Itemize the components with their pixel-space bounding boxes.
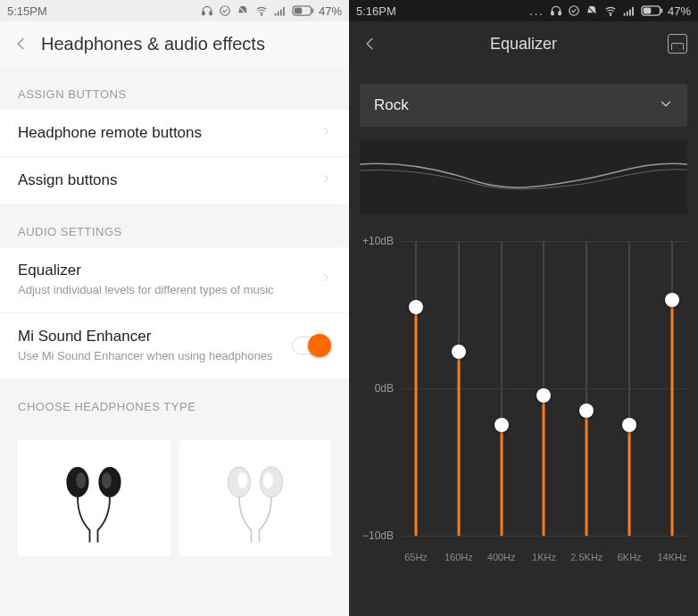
svg-point-4	[261, 14, 262, 15]
sync-icon	[219, 4, 231, 17]
band-freq-label: 400Hz	[487, 552, 516, 562]
band-freq-label: 65Hz	[404, 552, 428, 562]
preset-value: Rock	[374, 96, 409, 114]
svg-rect-26	[627, 12, 628, 16]
slider-fill	[543, 395, 545, 536]
band-freq-label: 14KHz	[657, 552, 686, 562]
svg-rect-8	[283, 7, 285, 16]
svg-rect-0	[203, 12, 204, 15]
eq-band-6KHz[interactable]: 6KHz	[616, 232, 643, 562]
svg-point-15	[102, 472, 112, 488]
row-subtitle: Adjust individual levels for different t…	[18, 283, 320, 298]
enhancer-toggle[interactable]	[292, 337, 331, 354]
row-subtitle: Use Mi Sound Enhancer when using headpho…	[18, 349, 292, 364]
svg-rect-25	[624, 13, 626, 16]
back-button[interactable]	[360, 33, 381, 54]
slider-fill	[457, 352, 460, 536]
slider-fill	[415, 307, 418, 536]
slider-fill	[628, 425, 631, 536]
row-assign-buttons[interactable]: Assign buttons	[0, 156, 349, 204]
y-label-bot: −10dB	[362, 529, 394, 542]
svg-point-2	[220, 6, 230, 16]
band-freq-label: 6KHz	[618, 552, 642, 562]
svg-point-22	[569, 6, 579, 16]
svg-rect-1	[210, 12, 212, 15]
signal-icon	[623, 4, 636, 17]
svg-point-19	[263, 472, 273, 488]
slider-knob[interactable]	[536, 388, 551, 403]
slider-knob[interactable]	[409, 300, 423, 314]
svg-rect-20	[552, 12, 553, 15]
slider-knob[interactable]	[494, 418, 509, 432]
slider-fill	[500, 425, 503, 536]
status-bar: 5:16PM ... 47%	[349, 0, 698, 21]
headphone-icon	[550, 4, 562, 17]
preset-dropdown[interactable]: Rock	[360, 84, 687, 127]
wifi-icon	[254, 4, 269, 17]
equalizer-screen: 5:16PM ... 47% Equalizer Rock +10dB	[349, 0, 698, 616]
slider-knob[interactable]	[622, 418, 636, 432]
chevron-right-icon	[320, 124, 331, 142]
status-battery: 47%	[319, 4, 342, 18]
eq-curve-preview	[360, 139, 687, 214]
wifi-icon	[603, 4, 618, 17]
page-title: Headphones & audio effects	[41, 34, 265, 54]
chevron-down-icon	[659, 96, 673, 115]
svg-rect-10	[295, 8, 303, 14]
headphone-icon	[201, 4, 213, 17]
settings-screen: 5:15PM 47% Headphones & audio effects AS…	[0, 0, 349, 616]
svg-rect-21	[559, 12, 561, 15]
row-title: Mi Sound Enhancer	[18, 328, 292, 345]
headphone-type-black[interactable]	[18, 440, 170, 556]
y-label-mid: 0dB	[375, 382, 394, 395]
mute-icon	[237, 4, 249, 17]
slider-knob[interactable]	[579, 404, 594, 418]
row-equalizer[interactable]: Equalizer Adjust individual levels for d…	[0, 247, 349, 312]
svg-point-18	[237, 472, 247, 488]
eq-band-65Hz[interactable]: 65Hz	[403, 232, 429, 562]
headphone-type-white[interactable]	[179, 440, 332, 556]
row-title: Headphone remote buttons	[18, 124, 320, 142]
more-icon: ...	[529, 4, 544, 18]
status-time: 5:15PM	[7, 4, 47, 18]
band-freq-label: 160Hz	[445, 552, 473, 562]
svg-rect-6	[278, 12, 279, 16]
back-button[interactable]	[11, 33, 32, 54]
row-title: Assign buttons	[18, 171, 320, 189]
svg-rect-5	[275, 13, 277, 16]
svg-rect-28	[632, 7, 634, 16]
section-assign-label: ASSIGN BUTTONS	[0, 66, 349, 110]
battery-icon	[641, 5, 664, 16]
equalizer-sliders: +10dB 0dB −10dB 65Hz160Hz400Hz1KHz2.5KHz…	[360, 232, 687, 562]
page-title: Equalizer	[349, 35, 698, 54]
chevron-right-icon	[320, 271, 331, 288]
eq-band-2.5KHz[interactable]: 2.5KHz	[573, 232, 600, 562]
status-battery: 47%	[668, 4, 691, 18]
band-freq-label: 1KHz	[532, 552, 556, 562]
svg-point-14	[76, 472, 86, 488]
svg-rect-27	[629, 10, 631, 16]
svg-rect-11	[312, 8, 313, 12]
signal-icon	[274, 4, 287, 17]
row-headphone-remote[interactable]: Headphone remote buttons	[0, 110, 349, 156]
eq-band-160Hz[interactable]: 160Hz	[445, 232, 472, 562]
svg-rect-31	[661, 8, 662, 12]
slider-knob[interactable]	[665, 293, 679, 307]
svg-point-24	[610, 14, 611, 15]
eq-band-400Hz[interactable]: 400Hz	[488, 232, 515, 562]
band-freq-label: 2.5KHz	[570, 552, 602, 562]
slider-knob[interactable]	[452, 345, 466, 359]
mute-icon	[586, 4, 598, 17]
eq-band-1KHz[interactable]: 1KHz	[530, 232, 557, 562]
status-time: 5:16PM	[356, 4, 396, 18]
save-icon[interactable]	[668, 34, 687, 54]
svg-rect-30	[644, 8, 652, 14]
slider-fill	[670, 300, 673, 536]
row-mi-sound-enhancer[interactable]: Mi Sound Enhancer Use Mi Sound Enhancer …	[0, 312, 349, 379]
sync-icon	[568, 4, 580, 17]
chevron-right-icon	[320, 171, 331, 189]
status-bar: 5:15PM 47%	[0, 0, 349, 21]
svg-rect-7	[280, 10, 282, 16]
eq-band-14KHz[interactable]: 14KHz	[659, 232, 686, 562]
y-label-top: +10dB	[362, 235, 394, 247]
